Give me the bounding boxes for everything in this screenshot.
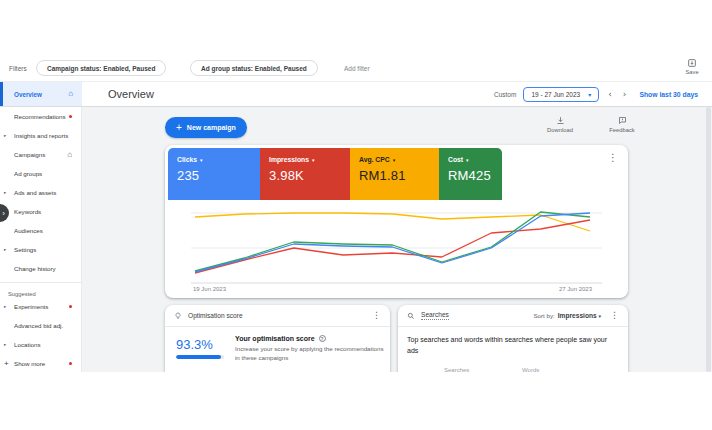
content-area: Recommendations ▸ Insights and reports C…	[0, 107, 712, 372]
sidebar-item-advanced-bid-adj[interactable]: Advanced bid adj.	[0, 316, 81, 335]
expand-chevron-icon: ▸	[4, 133, 6, 138]
sidebar-item-locations[interactable]: ▸ Locations	[0, 335, 81, 354]
home-icon: ⌂	[68, 90, 73, 98]
optimisation-card-header: Optimisation score ⋮	[165, 305, 390, 327]
search-icon	[407, 312, 415, 320]
filters-bar: Filters Campaign status: Enabled, Paused…	[0, 55, 712, 82]
sidebar-item-settings[interactable]: ▸ Settings	[0, 240, 81, 259]
toolbar-icons: Download Feedback	[537, 116, 645, 133]
sidebar-section-suggested: Suggested	[0, 282, 81, 297]
vertical-scrollbar[interactable]	[706, 107, 711, 372]
sidebar-item-keywords[interactable]: ▸ Keywords	[0, 202, 81, 221]
date-range-picker[interactable]: 19 - 27 Jun 2023 ▾	[523, 87, 599, 102]
download-icon	[537, 116, 583, 125]
sidebar-nav: Recommendations ▸ Insights and reports C…	[0, 107, 82, 372]
column-header-words: Words	[522, 367, 539, 372]
add-filter-button[interactable]: Add filter	[344, 65, 370, 72]
sidebar-item-show-more[interactable]: + Show more	[0, 354, 81, 372]
collapse-chevron-icon: ›	[2, 209, 5, 218]
date-controls: Custom 19 - 27 Jun 2023 ▾ ‹ › Show last …	[494, 82, 698, 106]
x-axis-label-start: 19 Jun 2023	[193, 286, 226, 292]
sidebar-item-recommendations[interactable]: Recommendations	[0, 107, 81, 126]
optimisation-score-detail: Your optimisation score ? Increase your …	[235, 335, 385, 362]
sidebar-item-experiments[interactable]: ▸ Experiments	[0, 297, 81, 316]
expand-chevron-icon: ▸	[4, 190, 6, 195]
sort-by-dropdown[interactable]: Impressions ▾	[558, 312, 601, 319]
save-button[interactable]: Save	[680, 58, 704, 75]
filter-chip-campaign-status[interactable]: Campaign status: Enabled, Paused	[36, 60, 166, 76]
dropdown-arrow-icon: ▾	[598, 313, 601, 319]
expand-chevron-icon: ▸	[4, 247, 6, 252]
optimisation-score-progress	[176, 355, 224, 359]
sidebar-item-campaigns[interactable]: Campaigns⌂	[0, 145, 81, 164]
new-campaign-button[interactable]: + New campaign	[165, 117, 247, 138]
feedback-icon	[599, 116, 645, 125]
filter-chip-adgroup-status[interactable]: Ad group status: Enabled, Paused	[190, 60, 318, 76]
lightbulb-icon	[174, 312, 182, 320]
sidebar-item-insights-and-reports[interactable]: ▸ Insights and reports	[0, 126, 81, 145]
feedback-button[interactable]: Feedback	[599, 116, 645, 133]
custom-range-label: Custom	[494, 91, 516, 98]
x-axis-label-end: 27 Jun 2023	[548, 286, 592, 292]
dropdown-arrow-icon: ▾	[588, 91, 591, 98]
sidebar-item-change-history[interactable]: Change history	[0, 259, 81, 278]
expand-chevron-icon: ▸	[4, 342, 6, 347]
notification-dot-icon	[69, 362, 72, 365]
sidebar-item-audiences[interactable]: Audiences	[0, 221, 81, 240]
searches-description: Top searches and words within searches w…	[407, 335, 619, 356]
sidebar-item-ads-and-assets[interactable]: ▸ Ads and assets	[0, 183, 81, 202]
download-button[interactable]: Download	[537, 116, 583, 133]
main-panel: + New campaign Download Feedback	[82, 107, 712, 372]
optimisation-score-card: Optimisation score ⋮ 93.3% Your optimisa…	[165, 305, 390, 372]
kebab-menu-icon[interactable]: ⋮	[372, 311, 381, 320]
page-title: Overview	[108, 88, 154, 100]
optimisation-score-value: 93.3%	[176, 337, 213, 352]
sidebar-item-ad-groups[interactable]: Ad groups	[0, 164, 81, 183]
filters-label: Filters	[9, 65, 27, 72]
page-header: Overview ⌂ Overview Custom 19 - 27 Jun 2…	[0, 82, 712, 107]
searches-card: Searches Sort by: Impressions ▾ ⋮ Top se…	[398, 305, 628, 372]
kebab-menu-icon[interactable]: ⋮	[610, 311, 619, 320]
chevron-left-icon[interactable]: ‹	[606, 89, 614, 99]
overview-chart-card: Clicks▾ 235 Impressions▾ 3.98K Avg. CPC▾…	[165, 145, 628, 298]
plus-icon: +	[4, 359, 9, 368]
notification-dot-icon	[69, 115, 72, 118]
column-header-searches: Searches	[444, 367, 469, 372]
optimisation-progress-fill	[176, 355, 221, 359]
info-icon[interactable]: ?	[319, 335, 326, 342]
home-icon: ⌂	[67, 151, 72, 159]
show-last-30-days-link[interactable]: Show last 30 days	[639, 91, 698, 98]
searches-card-header: Searches Sort by: Impressions ▾ ⋮	[398, 305, 628, 327]
performance-line-chart	[165, 145, 628, 298]
save-icon	[680, 58, 704, 68]
sidebar-item-overview[interactable]: Overview ⌂	[0, 82, 82, 106]
plus-icon: +	[176, 122, 182, 133]
chevron-right-icon[interactable]: ›	[621, 89, 629, 99]
notification-dot-icon	[69, 305, 72, 308]
sort-control: Sort by: Impressions ▾	[533, 312, 601, 319]
expand-chevron-icon: ▸	[4, 304, 6, 309]
